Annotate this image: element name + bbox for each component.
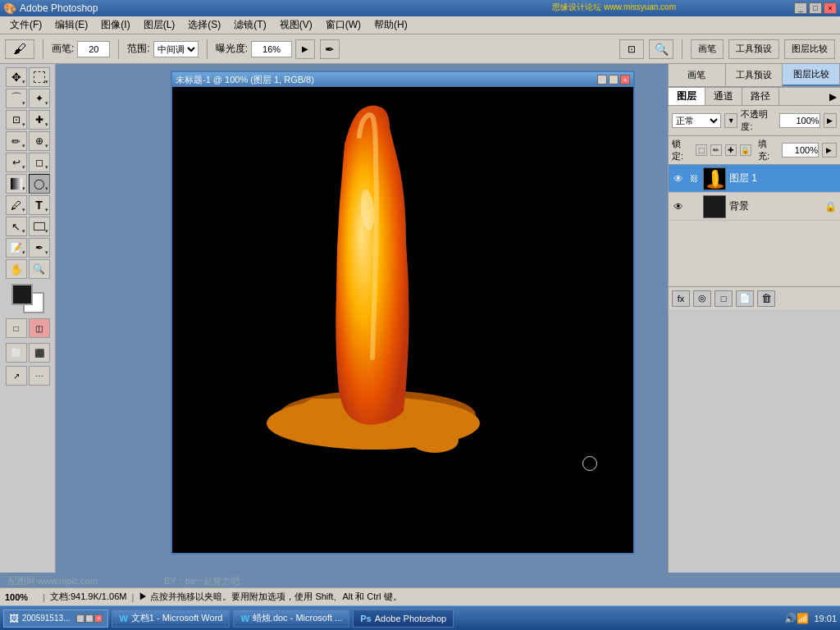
brush-size-input[interactable] xyxy=(77,41,110,57)
eraser-tool[interactable]: ◻ ▾ xyxy=(29,153,50,172)
img-close-btn[interactable]: × xyxy=(620,75,630,84)
taskbar-photoshop[interactable]: Ps Adobe Photoshop xyxy=(353,609,454,628)
brush-tool[interactable]: ✏ ▾ xyxy=(6,131,27,151)
tab-paths[interactable]: 路径 xyxy=(742,88,779,105)
image-window-controls[interactable]: _ □ × xyxy=(597,75,630,84)
notes-tool[interactable]: 📝 ▾ xyxy=(6,238,27,258)
taskbar-mini-panel[interactable]: 🖼 200591513... _ □ × xyxy=(3,609,108,628)
taskbar-word-doc1[interactable]: W 文档1 - Microsoft Word xyxy=(112,609,230,628)
maximize-btn[interactable]: □ xyxy=(809,2,822,14)
rect-marquee-tool[interactable]: ▾ xyxy=(29,67,50,87)
hand-tool[interactable]: ✋ xyxy=(6,259,27,279)
layer1-visibility-btn[interactable]: 👁 xyxy=(672,172,685,185)
menu-filter[interactable]: 滤镜(T) xyxy=(227,16,272,34)
layer-row-1[interactable]: 👁 ⛓ 图层 1 xyxy=(669,165,840,193)
blend-expand-btn[interactable]: ▼ xyxy=(724,113,737,128)
blend-mode-select[interactable]: 正常 溶解 正片叠底 xyxy=(672,113,721,128)
exposure-input[interactable] xyxy=(251,41,292,57)
brush-settings-btn[interactable]: 画笔 xyxy=(669,64,726,86)
lasso-tool[interactable]: ⌒ ▾ xyxy=(6,89,27,108)
layer-compare-btn[interactable]: 图层比较 xyxy=(784,39,835,59)
fill-expand-btn[interactable]: ▶ xyxy=(822,143,837,158)
standard-screen-btn[interactable]: ⬜ xyxy=(6,343,27,363)
layerbg-link-btn[interactable] xyxy=(688,201,700,212)
standard-mode-btn[interactable]: □ xyxy=(6,318,27,338)
foreground-color[interactable] xyxy=(11,284,33,305)
image-canvas[interactable] xyxy=(172,87,633,553)
layer-row-bg[interactable]: 👁 背景 🔒 xyxy=(669,193,840,221)
exposure-adjust-btn[interactable]: ▶ xyxy=(295,39,315,59)
shape-tool[interactable]: ▾ xyxy=(29,217,50,236)
heal-tool[interactable]: ✚ ▾ xyxy=(29,110,50,130)
image-window: 未标题-1 @ 100% (图层 1, RGB/8) _ □ × xyxy=(171,71,635,555)
menu-select[interactable]: 选择(S) xyxy=(181,16,227,34)
lock-transparent-btn[interactable]: ⬚ xyxy=(696,144,707,156)
mini-max-btn[interactable]: □ xyxy=(85,614,94,623)
menu-image[interactable]: 图像(I) xyxy=(94,16,136,34)
jump-to-imageready-btn[interactable]: ↗ xyxy=(6,366,27,386)
move-tool[interactable]: ✥ ▾ xyxy=(6,67,27,87)
airbrush-btn[interactable]: ✒ xyxy=(320,39,340,59)
dodge-cursor xyxy=(582,456,597,471)
delete-layer-btn[interactable]: 🗑 xyxy=(757,290,775,307)
opacity-input[interactable] xyxy=(779,113,820,128)
main-area: ✥ ▾ ▾ ⌒ ▾ ✦ ▾ ⊡ ▾ ✚ ▾ xyxy=(0,64,840,573)
history-brush-tool[interactable]: ↩ ▾ xyxy=(6,153,27,172)
lock-all-btn[interactable]: 🔒 xyxy=(740,144,751,156)
lock-paint-btn[interactable]: ✏ xyxy=(710,144,722,156)
menu-window[interactable]: 窗口(W) xyxy=(319,16,368,34)
menu-view[interactable]: 视图(V) xyxy=(273,16,319,34)
type-tool[interactable]: T ▾ xyxy=(29,195,50,215)
status-bar: 100% | 文档:941.9K/1.06M | ▶ 点按并拖移以夹暗。要用附加… xyxy=(0,587,840,605)
system-clock: 19:01 xyxy=(814,614,837,623)
magic-wand-tool[interactable]: ✦ ▾ xyxy=(29,89,50,108)
layers-menu-btn[interactable]: ▶ xyxy=(825,89,840,104)
menu-edit[interactable]: 编辑(E) xyxy=(48,16,94,34)
clone-tool[interactable]: ⊕ ▾ xyxy=(29,131,50,151)
crop-tool[interactable]: ⊡ ▾ xyxy=(6,110,27,130)
close-btn[interactable]: × xyxy=(824,2,837,14)
range-select[interactable]: 阴影 中间调 高光 xyxy=(153,41,199,57)
menu-layer[interactable]: 图层(L) xyxy=(137,16,182,34)
quickmask-mode-btn[interactable]: ◫ xyxy=(29,318,50,338)
layer-comp-btn[interactable]: 图层比较 xyxy=(783,64,840,86)
mini-close-btn[interactable]: × xyxy=(94,614,103,623)
zoom-tool[interactable]: 🔍 xyxy=(29,259,50,279)
fill-input[interactable] xyxy=(782,143,819,158)
menu-file[interactable]: 文件(F) xyxy=(3,16,48,34)
layerbg-visibility-btn[interactable]: 👁 xyxy=(672,200,685,213)
color-swatch[interactable] xyxy=(11,284,44,313)
img-maximize-btn[interactable]: □ xyxy=(609,75,619,84)
gradient-tool[interactable]: ▾ xyxy=(6,174,27,194)
opacity-expand-btn[interactable]: ▶ xyxy=(824,113,837,128)
new-layer-group-btn[interactable]: □ xyxy=(714,290,733,307)
taskbar-word-doc2[interactable]: W 蜡烛.doc - Microsoft ... xyxy=(233,609,349,628)
tab-channels[interactable]: 通道 xyxy=(705,88,742,105)
image-title: 未标题-1 @ 100% (图层 1, RGB/8) xyxy=(176,74,314,86)
layer-mask-btn[interactable]: ◎ xyxy=(693,290,711,307)
taskbar: 🖼 200591513... _ □ × W 文档1 - Microsoft W… xyxy=(0,605,840,630)
tab-layers[interactable]: 图层 xyxy=(669,88,705,105)
dodge-tool[interactable]: ◯ ▾ xyxy=(29,174,50,194)
mini-panel-label: 200591513... xyxy=(22,614,70,623)
canvas-size-btn[interactable]: ⊡ xyxy=(619,39,644,59)
layer1-link-btn[interactable]: ⛓ xyxy=(688,173,700,185)
layer-effects-btn[interactable]: fx xyxy=(672,290,690,307)
img-minimize-btn[interactable]: _ xyxy=(597,75,607,84)
fullscreen-btn[interactable]: ⬛ xyxy=(29,343,50,363)
zoom-tool-btn[interactable]: 🔍 xyxy=(649,39,673,59)
brush-panel-btn[interactable]: 画笔 xyxy=(691,39,724,59)
tool-preset-panel-btn[interactable]: 工具预设 xyxy=(728,39,779,59)
menu-help[interactable]: 帮助(H) xyxy=(368,16,414,34)
tool-preset-btn[interactable]: 🖌 xyxy=(5,39,34,59)
tool-presets-btn[interactable]: 工具预设 xyxy=(726,64,783,86)
minimize-btn[interactable]: _ xyxy=(794,2,807,14)
path-select-tool[interactable]: ↖ ▾ xyxy=(6,217,27,236)
lock-move-btn[interactable]: ✚ xyxy=(725,144,737,156)
extra-btn[interactable]: ⋯ xyxy=(29,366,50,386)
eyedropper-tool[interactable]: ✒ ▾ xyxy=(29,238,50,258)
mini-min-btn[interactable]: _ xyxy=(76,614,84,623)
layerbg-lock-icon: 🔒 xyxy=(824,201,837,212)
new-layer-btn[interactable]: 📄 xyxy=(736,290,754,307)
pen-tool[interactable]: 🖊 ▾ xyxy=(6,195,27,215)
